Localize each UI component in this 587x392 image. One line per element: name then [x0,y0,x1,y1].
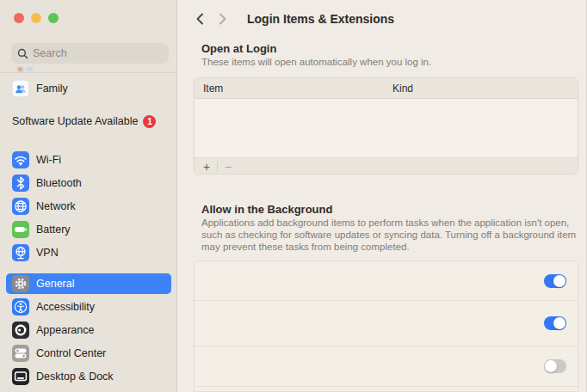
sidebar-item-battery[interactable]: Battery [6,219,171,240]
sidebar: Family Software Update Available 1 Wi-Fi… [0,0,177,392]
sidebar-item-desktop-dock[interactable]: Desktop & Dock [6,366,171,387]
remove-login-item-button[interactable]: − [219,160,237,174]
forward-button[interactable] [215,11,231,27]
sidebar-item-wifi[interactable]: Wi-Fi [6,150,171,170]
footer-button-divider [217,162,218,172]
login-items-table: Item Kind + − [194,77,578,175]
background-item-toggle[interactable] [544,274,566,288]
table-header: Item Kind [195,78,578,99]
sidebar-item-label: VPN [36,247,59,259]
background-items-list [194,260,578,392]
sidebar-item-label: Battery [36,224,71,236]
sidebar-item-label: Control Center [36,347,106,359]
background-item-row [195,261,578,301]
bluetooth-icon [12,175,29,192]
family-icon [12,80,29,97]
sidebar-item-label: Wi-Fi [36,154,61,166]
sidebar-item-control-center[interactable]: Control Center [6,343,171,364]
system-settings-window: Family Software Update Available 1 Wi-Fi… [0,0,587,392]
sidebar-item-accessibility[interactable]: Accessibility [6,297,171,317]
column-header-kind: Kind [392,83,413,95]
sidebar-item-general[interactable]: General [6,273,171,294]
globe-icon [12,198,29,215]
background-item-toggle[interactable] [544,316,566,330]
wifi-icon [12,151,29,168]
sidebar-item-label: Family [36,83,68,95]
sidebar-item-family[interactable]: Family [6,78,171,99]
close-window-button[interactable] [14,13,24,23]
table-body-empty[interactable] [195,99,578,157]
sidebar-item-software-update[interactable]: Software Update Available 1 [12,112,156,131]
software-update-label: Software Update Available [12,115,138,127]
vpn-globe-icon [12,244,29,261]
open-at-login-description: These items will open automatically when… [201,56,580,68]
sidebar-item-label: Accessibility [36,301,95,313]
sidebar-item-vpn[interactable]: VPN [6,242,171,263]
toggle-knob [553,275,565,287]
desktop-window-icon [12,368,29,385]
accessibility-icon [12,298,29,315]
gear-icon [12,275,29,292]
sidebar-item-appearance[interactable]: Appearance [6,320,171,340]
contrast-icon [12,322,29,339]
allow-in-background-description: Applications add background items to per… [201,217,587,253]
page-title: Login Items & Extensions [247,12,394,26]
battery-icon [12,221,29,238]
sidebar-item-network[interactable]: Network [6,196,171,217]
search-field[interactable] [11,43,169,64]
notification-badge: 1 [143,115,156,128]
scrolled-item-remnant [18,67,34,71]
background-item-row [195,346,578,387]
background-item-row [195,301,578,346]
add-login-item-button[interactable]: + [198,160,215,174]
sidebar-item-label: General [36,278,74,290]
zoom-window-button[interactable] [48,13,59,23]
toggles-icon [12,345,29,362]
back-button[interactable] [192,11,207,27]
sidebar-item-label: Network [36,200,76,212]
column-header-item: Item [203,83,223,95]
sidebar-divider [0,72,177,73]
allow-in-background-heading: Allow in the Background [201,203,332,216]
minimize-window-button[interactable] [31,13,41,23]
toggle-knob [553,317,565,329]
toggle-knob [545,360,557,372]
table-footer: + − [195,157,578,175]
search-icon [17,48,28,59]
search-input[interactable] [33,47,153,59]
sidebar-item-label: Bluetooth [36,177,82,189]
sidebar-item-label: Desktop & Dock [36,371,114,383]
main-pane: Login Items & Extensions Open at Login T… [177,0,587,392]
sidebar-item-label: Appearance [36,324,94,336]
sidebar-item-bluetooth[interactable]: Bluetooth [6,173,171,193]
open-at-login-heading: Open at Login [201,42,276,55]
background-item-toggle[interactable] [544,359,566,373]
